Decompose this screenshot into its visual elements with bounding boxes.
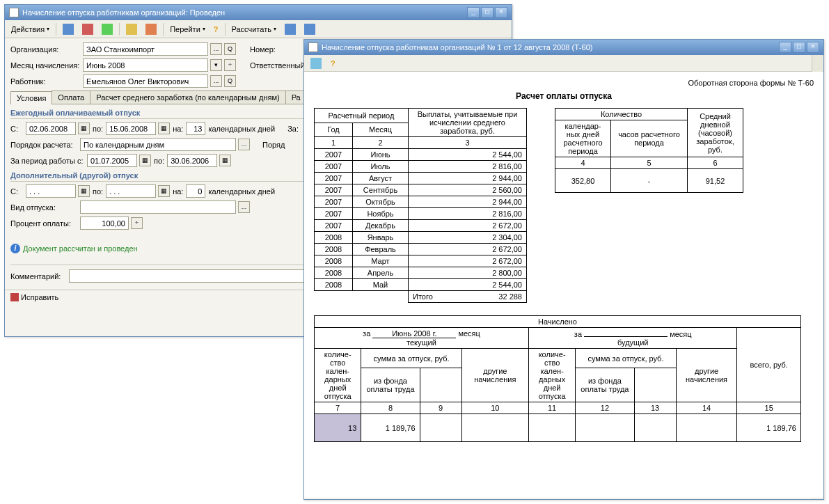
- print-button[interactable]: [307, 56, 325, 70]
- titlebar[interactable]: Начисление отпуска работникам организаци…: [5, 5, 512, 20]
- calc-order-select-button[interactable]: ...: [238, 139, 250, 150]
- tb-icon-7[interactable]: [301, 22, 319, 36]
- period-from-input[interactable]: 01.07.2005: [87, 154, 137, 167]
- th-qty: Количество: [555, 109, 688, 120]
- label-add-to: по:: [93, 187, 103, 196]
- tab-conditions[interactable]: Условия: [10, 91, 52, 104]
- label-period-to: по:: [154, 157, 164, 165]
- help-button[interactable]: ?: [210, 22, 222, 36]
- qty-table: Количество Средний дневной (часовой) зар…: [555, 108, 743, 193]
- calc-order-input[interactable]: По календарным дням: [80, 138, 236, 151]
- month-dropdown-button[interactable]: ▾: [210, 59, 222, 71]
- label-comment: Комментарий:: [10, 272, 66, 281]
- add-to-input[interactable]: . . .: [106, 184, 156, 198]
- calc-menu[interactable]: Рассчитать▾: [228, 22, 280, 36]
- maximize-button[interactable]: □: [481, 7, 494, 18]
- add-from-input[interactable]: . . .: [26, 184, 76, 198]
- label-za: За:: [287, 125, 299, 133]
- label-poryad: Поряд: [262, 141, 285, 149]
- document-icon: [308, 42, 318, 52]
- th-year: Год: [315, 123, 353, 137]
- tb-icon-3[interactable]: [98, 22, 116, 36]
- fix-icon: [10, 293, 19, 301]
- label-org: Организация:: [10, 45, 80, 54]
- org-open-button[interactable]: Q: [224, 43, 236, 55]
- report-toolbar: ?: [304, 55, 823, 72]
- th-period: Расчетный период: [315, 109, 409, 123]
- org-input[interactable]: ЗАО Станкоимпорт: [83, 42, 208, 56]
- th-total: всего, руб.: [737, 328, 801, 402]
- tab-payment[interactable]: Оплата: [52, 90, 90, 104]
- go-menu[interactable]: Перейти▾: [166, 22, 209, 36]
- period-to-cal-button[interactable]: ▦: [219, 155, 231, 166]
- info-icon: i: [10, 244, 20, 253]
- pay-pct-spinner[interactable]: ÷: [131, 217, 143, 229]
- label-month: Месяц начисления:: [10, 61, 80, 70]
- accrued-table: Начислено за Июнь 2008 г. месяц текущий …: [314, 315, 801, 442]
- period-from-cal-button[interactable]: ▦: [139, 155, 151, 166]
- th-pay: Выплаты, учитываемые при исчислении сред…: [409, 109, 527, 137]
- tb-icon-4[interactable]: [123, 22, 141, 36]
- report-window: Начисление отпуска работникам организаци…: [303, 39, 824, 500]
- close-button[interactable]: ×: [495, 7, 507, 18]
- date-to-input[interactable]: 15.06.2008: [106, 122, 156, 135]
- label-responsible: Ответственный: [250, 61, 305, 70]
- add-to-cal-button[interactable]: ▦: [158, 185, 170, 197]
- label-cal-days: календарных дней: [208, 125, 275, 133]
- employee-input[interactable]: Емельянов Олег Викторович: [83, 74, 208, 88]
- report-body: Оборотная сторона формы № Т-60 Расчет оп…: [304, 72, 823, 498]
- th-month: Месяц: [353, 123, 409, 137]
- close-button[interactable]: ×: [807, 42, 819, 53]
- actions-menu[interactable]: Действия▾: [8, 22, 53, 36]
- th-hours: часов расчетного периода: [611, 120, 688, 157]
- minimize-button[interactable]: _: [467, 7, 480, 18]
- window-title: Начисление отпуска работникам организаци…: [22, 8, 467, 17]
- report-title: Начисление отпуска работникам организаци…: [322, 43, 779, 52]
- label-on: на:: [173, 125, 183, 133]
- calc-period-table: Расчетный период Выплаты, учитываемые пр…: [314, 108, 527, 303]
- label-employee: Работник:: [10, 77, 80, 86]
- days-input[interactable]: 13: [186, 122, 205, 135]
- label-from: С:: [10, 125, 23, 133]
- maximize-button[interactable]: □: [793, 42, 805, 53]
- month-spinner-button[interactable]: ÷: [224, 59, 236, 71]
- minimize-button[interactable]: _: [779, 42, 791, 53]
- tb-icon-1[interactable]: [59, 22, 77, 36]
- th-caldays: календар- ных дней расчетного периода: [555, 120, 611, 157]
- leave-type-input[interactable]: [80, 200, 236, 214]
- employee-open-button[interactable]: Q: [224, 75, 236, 87]
- org-select-button[interactable]: ...: [210, 43, 222, 55]
- toolbar: Действия▾ Перейти▾ ? Рассчитать▾: [5, 20, 512, 38]
- add-from-cal-button[interactable]: ▦: [78, 185, 90, 197]
- employee-select-button[interactable]: ...: [210, 75, 222, 87]
- fix-button[interactable]: Исправить: [10, 293, 58, 301]
- label-number: Номер:: [250, 45, 276, 54]
- label-add-on: на:: [173, 187, 183, 196]
- label-add-from: С:: [10, 187, 23, 196]
- date-to-cal-button[interactable]: ▦: [158, 123, 170, 134]
- month-input[interactable]: Июнь 2008: [83, 58, 208, 72]
- tb-icon-6[interactable]: [281, 22, 299, 36]
- leave-type-select-button[interactable]: ...: [238, 201, 250, 213]
- document-icon: [9, 8, 19, 17]
- label-leave-type: Вид отпуска:: [10, 203, 77, 212]
- add-days-input[interactable]: 0: [186, 184, 205, 198]
- tb-icon-5[interactable]: [142, 22, 160, 36]
- help-button[interactable]: ?: [327, 56, 339, 70]
- date-from-input[interactable]: 02.06.2008: [26, 122, 76, 135]
- report-heading: Расчет оплаты отпуска: [314, 91, 814, 101]
- period-to-input[interactable]: 30.06.2006: [167, 154, 217, 167]
- label-add-cal-days: календарных дней: [208, 187, 275, 196]
- label-order: Порядок расчета:: [10, 141, 77, 149]
- label-to: по:: [93, 125, 103, 133]
- label-work-period: За период работы с:: [10, 157, 84, 165]
- pay-pct-input[interactable]: 100,00: [80, 216, 129, 230]
- date-from-cal-button[interactable]: ▦: [78, 123, 90, 134]
- th-accrued: Начислено: [315, 316, 801, 328]
- report-titlebar[interactable]: Начисление отпуска работникам организаци…: [304, 40, 823, 55]
- cell-days[interactable]: 13: [315, 414, 361, 442]
- th-avg: Средний дневной (часовой) заработок, руб…: [688, 109, 743, 157]
- tab-avg-calc[interactable]: Расчет среднего заработка (по календарны…: [90, 90, 285, 104]
- tb-icon-2[interactable]: [79, 22, 97, 36]
- label-pay-pct: Процент оплаты:: [10, 219, 77, 228]
